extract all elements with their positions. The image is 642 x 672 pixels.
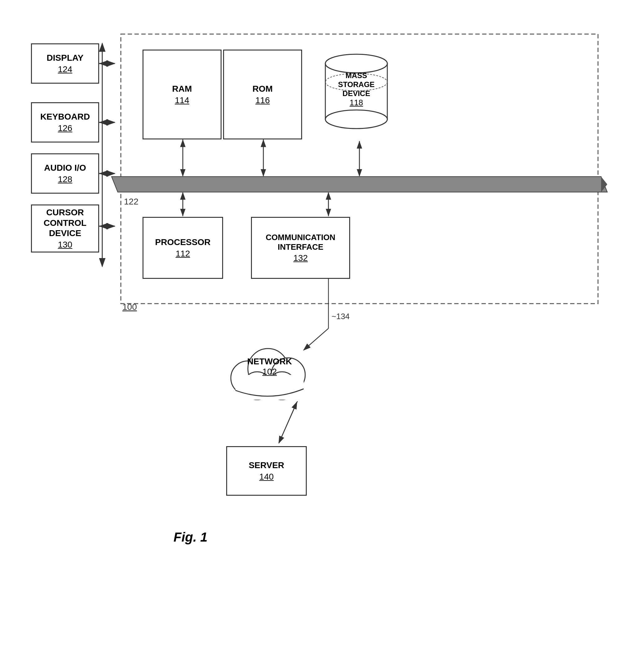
- svg-marker-6: [112, 177, 607, 192]
- server-box: SERVER 140: [226, 446, 307, 496]
- rom-label: ROM: [253, 83, 273, 94]
- processor-number: 112: [176, 249, 190, 259]
- network-label: NETWORK: [247, 357, 292, 366]
- comm-interface-label: COMMUNICATIONINTERFACE: [266, 233, 336, 252]
- processor-label: PROCESSOR: [155, 237, 211, 247]
- audio-io-label: AUDIO I/O: [44, 163, 86, 173]
- audio-io-box: AUDIO I/O 128: [31, 153, 99, 194]
- svg-line-34: [279, 402, 297, 443]
- svg-text:100: 100: [123, 302, 137, 312]
- audio-io-number: 128: [58, 175, 73, 184]
- figure-caption: Fig. 1: [174, 530, 208, 545]
- mass-storage-cylinder: MASS STORAGE DEVICE 118: [316, 43, 397, 139]
- ram-label: RAM: [172, 83, 192, 94]
- svg-point-37: [325, 110, 387, 129]
- rom-box: ROM 116: [223, 50, 302, 139]
- svg-marker-7: [601, 177, 607, 192]
- keyboard-label: KEYBOARD: [40, 112, 90, 122]
- cursor-control-label: CURSOR CONTROL DEVICE: [44, 207, 87, 238]
- svg-text:122: 122: [124, 197, 139, 206]
- display-number: 124: [58, 64, 73, 74]
- server-number: 140: [259, 472, 274, 482]
- svg-line-33: [279, 401, 297, 443]
- processor-box: PROCESSOR 112: [142, 217, 223, 279]
- network-cloud: NETWORK 102: [220, 335, 319, 406]
- comm-interface-box: COMMUNICATIONINTERFACE 132: [251, 217, 350, 279]
- server-label: SERVER: [249, 460, 284, 470]
- svg-point-36: [325, 54, 387, 73]
- display-label: DISPLAY: [47, 53, 84, 63]
- display-box: DISPLAY 124: [31, 43, 99, 83]
- keyboard-number: 126: [58, 123, 73, 133]
- keyboard-box: KEYBOARD 126: [31, 102, 99, 143]
- rom-number: 116: [255, 95, 270, 105]
- ram-number: 114: [175, 95, 189, 105]
- mass-storage-number: 118: [349, 98, 363, 107]
- svg-text:~134: ~134: [332, 312, 350, 321]
- comm-interface-number: 132: [293, 253, 308, 263]
- mass-storage-label: MASS STORAGE DEVICE: [338, 71, 375, 98]
- network-number: 102: [262, 367, 277, 376]
- cursor-control-number: 130: [58, 240, 73, 250]
- ram-box: RAM 114: [142, 50, 221, 139]
- cursor-control-box: CURSOR CONTROL DEVICE 130: [31, 205, 99, 253]
